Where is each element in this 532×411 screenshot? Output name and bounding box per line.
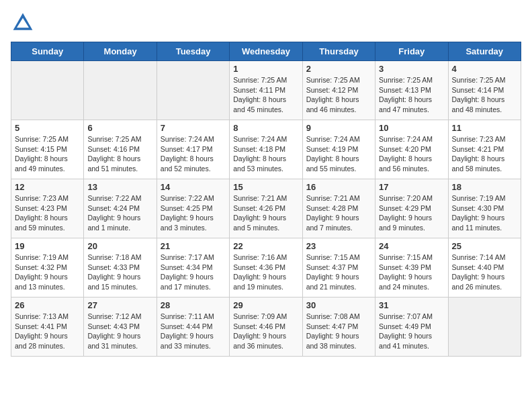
calendar-cell: 12Sunrise: 7:23 AM Sunset: 4:23 PM Dayli… [11,179,84,238]
calendar-week-row: 12Sunrise: 7:23 AM Sunset: 4:23 PM Dayli… [11,179,521,238]
day-number: 30 [306,300,371,310]
calendar-cell: 8Sunrise: 7:24 AM Sunset: 4:18 PM Daylig… [230,120,302,179]
day-info: Sunrise: 7:25 AM Sunset: 4:14 PM Dayligh… [452,75,517,115]
day-number: 3 [379,64,444,74]
calendar-cell: 19Sunrise: 7:19 AM Sunset: 4:32 PM Dayli… [11,238,84,298]
calendar-cell: 2Sunrise: 7:25 AM Sunset: 4:12 PM Daylig… [302,61,375,120]
day-info: Sunrise: 7:11 AM Sunset: 4:44 PM Dayligh… [161,312,226,351]
calendar-week-row: 1Sunrise: 7:25 AM Sunset: 4:11 PM Daylig… [11,61,521,120]
day-info: Sunrise: 7:15 AM Sunset: 4:37 PM Dayligh… [306,253,371,292]
day-info: Sunrise: 7:20 AM Sunset: 4:29 PM Dayligh… [379,193,444,233]
day-number: 1 [233,64,298,74]
day-info: Sunrise: 7:24 AM Sunset: 4:18 PM Dayligh… [233,134,298,174]
day-info: Sunrise: 7:09 AM Sunset: 4:46 PM Dayligh… [233,312,298,351]
calendar-cell: 21Sunrise: 7:17 AM Sunset: 4:34 PM Dayli… [157,238,229,298]
calendar-cell: 26Sunrise: 7:13 AM Sunset: 4:41 PM Dayli… [11,298,84,357]
calendar-cell: 22Sunrise: 7:16 AM Sunset: 4:36 PM Dayli… [230,238,302,298]
calendar-cell: 23Sunrise: 7:15 AM Sunset: 4:37 PM Dayli… [302,238,375,298]
calendar-cell: 9Sunrise: 7:24 AM Sunset: 4:19 PM Daylig… [302,120,375,179]
day-number: 28 [161,300,226,310]
calendar-cell: 30Sunrise: 7:08 AM Sunset: 4:47 PM Dayli… [302,298,375,357]
day-number: 15 [233,182,298,192]
calendar-week-row: 26Sunrise: 7:13 AM Sunset: 4:41 PM Dayli… [11,298,521,357]
day-info: Sunrise: 7:25 AM Sunset: 4:12 PM Dayligh… [306,75,371,115]
weekday-header: Saturday [448,42,521,61]
day-info: Sunrise: 7:22 AM Sunset: 4:24 PM Dayligh… [87,193,152,233]
day-number: 16 [306,182,371,192]
calendar-cell: 4Sunrise: 7:25 AM Sunset: 4:14 PM Daylig… [448,61,521,120]
weekday-header: Wednesday [230,42,302,61]
day-number: 31 [379,300,444,310]
weekday-header: Monday [84,42,157,61]
day-info: Sunrise: 7:24 AM Sunset: 4:17 PM Dayligh… [161,134,226,174]
weekday-header: Tuesday [157,42,229,61]
logo [11,11,38,35]
calendar-cell [157,61,229,120]
calendar-cell: 6Sunrise: 7:25 AM Sunset: 4:16 PM Daylig… [84,120,157,179]
calendar-cell: 20Sunrise: 7:18 AM Sunset: 4:33 PM Dayli… [84,238,157,298]
calendar-cell: 13Sunrise: 7:22 AM Sunset: 4:24 PM Dayli… [84,179,157,238]
day-number: 21 [161,241,226,251]
day-info: Sunrise: 7:07 AM Sunset: 4:49 PM Dayligh… [379,312,444,351]
calendar-cell: 18Sunrise: 7:19 AM Sunset: 4:30 PM Dayli… [448,179,521,238]
day-number: 12 [15,182,80,192]
day-number: 2 [306,64,371,74]
day-info: Sunrise: 7:25 AM Sunset: 4:13 PM Dayligh… [379,75,444,115]
day-info: Sunrise: 7:25 AM Sunset: 4:15 PM Dayligh… [15,134,80,174]
day-info: Sunrise: 7:15 AM Sunset: 4:39 PM Dayligh… [379,253,444,292]
logo-icon [11,11,35,35]
day-number: 27 [87,300,152,310]
calendar-cell [84,61,157,120]
calendar-cell: 3Sunrise: 7:25 AM Sunset: 4:13 PM Daylig… [375,61,448,120]
day-info: Sunrise: 7:17 AM Sunset: 4:34 PM Dayligh… [161,253,226,292]
calendar-cell: 24Sunrise: 7:15 AM Sunset: 4:39 PM Dayli… [375,238,448,298]
day-number: 18 [452,182,517,192]
day-number: 24 [379,241,444,251]
weekday-header: Friday [375,42,448,61]
day-info: Sunrise: 7:14 AM Sunset: 4:40 PM Dayligh… [452,253,517,292]
day-number: 26 [15,300,80,310]
day-info: Sunrise: 7:23 AM Sunset: 4:21 PM Dayligh… [452,134,517,174]
calendar-cell [448,298,521,357]
day-number: 25 [452,241,517,251]
day-info: Sunrise: 7:19 AM Sunset: 4:30 PM Dayligh… [452,193,517,233]
calendar-cell: 14Sunrise: 7:22 AM Sunset: 4:25 PM Dayli… [157,179,229,238]
day-number: 10 [379,123,444,133]
calendar-cell: 16Sunrise: 7:21 AM Sunset: 4:28 PM Dayli… [302,179,375,238]
day-number: 14 [161,182,226,192]
day-info: Sunrise: 7:24 AM Sunset: 4:19 PM Dayligh… [306,134,371,174]
calendar-week-row: 5Sunrise: 7:25 AM Sunset: 4:15 PM Daylig… [11,120,521,179]
calendar-cell: 25Sunrise: 7:14 AM Sunset: 4:40 PM Dayli… [448,238,521,298]
weekday-header: Sunday [11,42,84,61]
calendar-cell: 15Sunrise: 7:21 AM Sunset: 4:26 PM Dayli… [230,179,302,238]
day-number: 29 [233,300,298,310]
day-info: Sunrise: 7:21 AM Sunset: 4:26 PM Dayligh… [233,193,298,233]
day-info: Sunrise: 7:23 AM Sunset: 4:23 PM Dayligh… [15,193,80,233]
calendar-cell: 11Sunrise: 7:23 AM Sunset: 4:21 PM Dayli… [448,120,521,179]
day-number: 13 [87,182,152,192]
day-info: Sunrise: 7:25 AM Sunset: 4:16 PM Dayligh… [87,134,152,174]
day-info: Sunrise: 7:24 AM Sunset: 4:20 PM Dayligh… [379,134,444,174]
day-info: Sunrise: 7:19 AM Sunset: 4:32 PM Dayligh… [15,253,80,292]
calendar-cell: 1Sunrise: 7:25 AM Sunset: 4:11 PM Daylig… [230,61,302,120]
day-number: 4 [452,64,517,74]
day-info: Sunrise: 7:22 AM Sunset: 4:25 PM Dayligh… [161,193,226,233]
day-number: 6 [87,123,152,133]
day-number: 23 [306,241,371,251]
calendar-table: SundayMondayTuesdayWednesdayThursdayFrid… [11,42,521,357]
calendar-cell: 7Sunrise: 7:24 AM Sunset: 4:17 PM Daylig… [157,120,229,179]
day-info: Sunrise: 7:18 AM Sunset: 4:33 PM Dayligh… [87,253,152,292]
calendar-cell: 5Sunrise: 7:25 AM Sunset: 4:15 PM Daylig… [11,120,84,179]
day-info: Sunrise: 7:12 AM Sunset: 4:43 PM Dayligh… [87,312,152,351]
calendar-cell [11,61,84,120]
day-info: Sunrise: 7:16 AM Sunset: 4:36 PM Dayligh… [233,253,298,292]
day-info: Sunrise: 7:08 AM Sunset: 4:47 PM Dayligh… [306,312,371,351]
calendar-cell: 27Sunrise: 7:12 AM Sunset: 4:43 PM Dayli… [84,298,157,357]
weekday-header: Thursday [302,42,375,61]
day-number: 8 [233,123,298,133]
day-number: 20 [87,241,152,251]
day-info: Sunrise: 7:13 AM Sunset: 4:41 PM Dayligh… [15,312,80,351]
calendar-cell: 10Sunrise: 7:24 AM Sunset: 4:20 PM Dayli… [375,120,448,179]
day-number: 22 [233,241,298,251]
day-number: 9 [306,123,371,133]
